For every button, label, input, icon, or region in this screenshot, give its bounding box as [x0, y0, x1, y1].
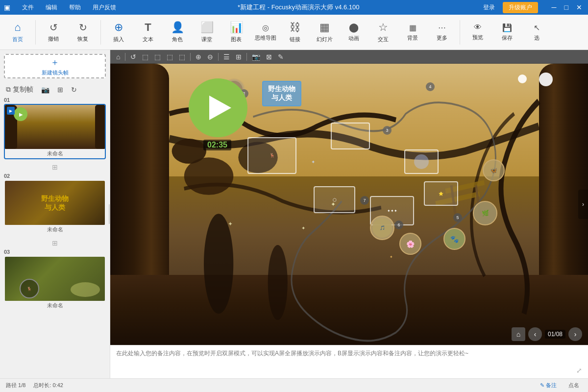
menu-file[interactable]: 文件: [20, 2, 36, 13]
tool-save-label: 保存: [502, 34, 513, 42]
slide-item-1[interactable]: ▶ ▶ 未命名: [4, 104, 106, 159]
upgrade-button[interactable]: 升级账户: [503, 2, 538, 13]
scene-background: 02:35 野生动物与人类 2 3 4 🦌 ⬡ ✦✦✦: [110, 64, 588, 345]
timer-display: 02:35: [203, 140, 231, 150]
tool-link[interactable]: ⛓ 链接: [281, 17, 309, 48]
canvas-undo-icon[interactable]: ↺: [128, 52, 138, 62]
copy-frame-button[interactable]: ⧉ 复制帧: [4, 84, 35, 95]
tool-role[interactable]: 👤 角色: [164, 17, 191, 48]
more-icon: ⋯: [438, 23, 446, 32]
title-box[interactable]: 野生动物与人类: [262, 81, 301, 106]
nav-node-animal[interactable]: 🐾: [443, 228, 466, 250]
content-frame-6[interactable]: [404, 149, 439, 174]
slide-thumb-1: ▶ ▶: [5, 105, 105, 149]
canvas-home-icon[interactable]: ⌂: [114, 52, 122, 62]
menu-feedback[interactable]: 用户反馈: [91, 2, 118, 13]
title-bar-right: 登录 升级账户 ─ □ ✕: [479, 2, 584, 13]
login-button[interactable]: 登录: [479, 2, 499, 13]
content-frame-2[interactable]: 🦌: [247, 137, 296, 174]
menu-edit[interactable]: 编辑: [44, 2, 59, 13]
canvas-nav-home[interactable]: ⌂: [512, 327, 525, 341]
nav-node-center[interactable]: 🎵: [370, 216, 394, 240]
canvas-lock-icon[interactable]: ⬚: [165, 52, 175, 62]
canvas-nav-next[interactable]: ›: [568, 327, 582, 341]
tool-preview[interactable]: 👁 预览: [464, 17, 491, 48]
content-frame-5[interactable]: ⭐: [424, 181, 458, 206]
tool-class-label: 课堂: [201, 36, 212, 43]
tool-interact[interactable]: ☆ 交互: [369, 17, 397, 48]
screenshot-tool[interactable]: 📷: [39, 85, 51, 95]
tool-more[interactable]: ⋯ 更多: [428, 17, 456, 48]
minimize-button[interactable]: ─: [550, 3, 559, 11]
expand-right-button[interactable]: ›: [578, 190, 588, 219]
tool-undo[interactable]: ↺ 撤销: [40, 17, 67, 48]
canvas-sep-1: [125, 53, 125, 61]
tool-class[interactable]: ⬜ 课堂: [193, 17, 220, 48]
chart-icon: 📊: [230, 21, 243, 34]
new-frame-button[interactable]: ＋ 新建镜头帧: [4, 54, 106, 78]
canvas-align-icon[interactable]: ☰: [221, 52, 232, 62]
canvas-zoom-out-icon[interactable]: ⊖: [205, 52, 215, 62]
plus-icon: ＋: [50, 56, 59, 68]
slide-play-icon: ▶: [7, 107, 15, 115]
canvas-main[interactable]: 02:35 野生动物与人类 2 3 4 🦌 ⬡ ✦✦✦: [110, 64, 588, 345]
canvas-nav-prev[interactable]: ‹: [528, 327, 542, 341]
refresh-tool[interactable]: ↻: [69, 85, 79, 95]
canvas-zoom-in-icon[interactable]: ⊕: [194, 52, 203, 62]
canvas-copy-icon[interactable]: ⬚: [177, 52, 187, 62]
notes-input[interactable]: [116, 349, 572, 374]
canvas-page-count: 01/08: [545, 330, 565, 339]
slide-group-2: 02 野生动物与人类 未命名: [4, 173, 106, 235]
canvas-dist-icon[interactable]: ⊞: [234, 52, 244, 62]
maximize-button[interactable]: □: [563, 3, 570, 11]
status-page: 路径 1/8: [6, 382, 25, 389]
expand-notes-icon[interactable]: ⤢: [576, 367, 582, 374]
notes-status-button[interactable]: ✎ 备注: [537, 381, 560, 390]
mindmap-icon: ◎: [262, 23, 269, 32]
canvas-frame2-icon[interactable]: ⬚: [152, 52, 163, 62]
tool-chart[interactable]: 📊 图表: [222, 17, 250, 48]
canvas-camera-icon[interactable]: 📷: [250, 52, 262, 62]
tool-slide[interactable]: ▦ 幻灯片: [311, 17, 338, 48]
tool-select[interactable]: ↖ 选: [523, 17, 550, 48]
toolbar: ⌂ 首页 ↺ 撤销 ↻ 恢复 ⊕ 插入 T 文本 👤 角色 ⬜ 课堂 📊 图表 …: [0, 15, 588, 50]
sparkle-2: ✦: [301, 225, 305, 231]
close-button[interactable]: ✕: [574, 3, 584, 11]
tool-insert[interactable]: ⊕ 插入: [105, 17, 132, 48]
tool-text[interactable]: T 文本: [134, 17, 162, 48]
insert-icon: ⊕: [114, 21, 123, 34]
fit-tool[interactable]: ⊞: [55, 85, 65, 95]
notes-area: ⤢: [110, 345, 588, 378]
node-label-4: 4: [426, 82, 435, 91]
canvas-toolbar: ⌂ ↺ ⬚ ⬚ ⬚ ⬚ ⊕ ⊖ ☰ ⊞ 📷 ⊠ ✎: [110, 50, 588, 64]
slide-label-1: 未命名: [5, 149, 105, 158]
nav-node-scene[interactable]: 🌿: [473, 201, 497, 225]
content-frame-3[interactable]: ⬡: [314, 186, 355, 213]
slide-group-3: 03 🦌 未命名: [4, 249, 106, 311]
canvas-edit-icon[interactable]: ✎: [276, 52, 286, 62]
nav-node-bird[interactable]: 🦋: [483, 159, 505, 181]
canvas-frame-icon[interactable]: ⬚: [140, 52, 150, 62]
content-frame-1[interactable]: [331, 122, 370, 149]
tool-home[interactable]: ⌂ 首页: [4, 17, 31, 48]
tool-save[interactable]: 💾 保存: [493, 17, 521, 48]
tool-bg[interactable]: ▦ 背景: [399, 17, 426, 48]
slide-item-3[interactable]: 🦌 未命名: [4, 256, 106, 311]
menu-help[interactable]: 帮助: [67, 2, 83, 13]
tool-text-label: 文本: [143, 36, 153, 43]
toolbar-separator-3: [460, 20, 460, 45]
slide-divider-2: ⊞: [4, 237, 106, 249]
sparkle-4: ✦: [228, 220, 233, 227]
tool-redo[interactable]: ↻ 恢复: [69, 17, 97, 48]
slide-item-2[interactable]: 野生动物与人类 未命名: [4, 180, 106, 235]
deco-circle-2: [539, 73, 553, 86]
nav-node-flowers[interactable]: 🌸: [399, 233, 421, 255]
select-icon: ↖: [534, 23, 540, 32]
window-title: *新建工程 - Focusky动画演示大师 v4.6.100: [238, 3, 360, 12]
tool-mindmap[interactable]: ◎ 思维导图: [252, 17, 279, 48]
canvas-fit-icon[interactable]: ⊠: [264, 52, 274, 62]
preview-icon: 👁: [474, 23, 482, 32]
rollcall-status-button[interactable]: 点名: [565, 381, 582, 390]
play-button[interactable]: [189, 78, 247, 137]
tool-anim[interactable]: ⬤ 动画: [340, 17, 368, 48]
